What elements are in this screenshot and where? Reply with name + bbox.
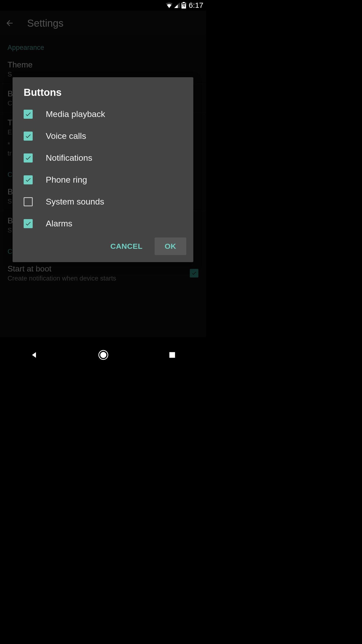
svg-rect-5 (169, 352, 175, 358)
svg-point-4 (100, 352, 106, 358)
checkbox-icon[interactable] (24, 175, 33, 184)
option-phone-ring[interactable]: Phone ring (13, 169, 193, 191)
option-alarms[interactable]: Alarms (13, 213, 193, 234)
dialog-actions: CANCEL OK (13, 234, 193, 260)
checkbox-icon[interactable] (24, 197, 33, 206)
dialog-title: Buttons (13, 77, 193, 103)
checkbox-icon[interactable] (24, 110, 33, 119)
nav-recents-icon[interactable] (168, 351, 176, 359)
option-notifications[interactable]: Notifications (13, 147, 193, 169)
option-label: Media playback (46, 109, 105, 119)
buttons-dialog: Buttons Media playback Voice calls Notif… (13, 77, 193, 262)
nav-home-icon[interactable] (98, 350, 109, 360)
option-label: Phone ring (46, 175, 87, 185)
navigation-bar (0, 344, 206, 366)
nav-back-icon[interactable] (30, 351, 38, 359)
option-label: Voice calls (46, 131, 86, 141)
cancel-button[interactable]: CANCEL (103, 237, 150, 255)
option-label: Alarms (46, 219, 72, 228)
ok-button[interactable]: OK (155, 237, 186, 255)
option-label: System sounds (46, 197, 104, 207)
option-voice-calls[interactable]: Voice calls (13, 125, 193, 147)
checkbox-icon[interactable] (24, 153, 33, 163)
checkbox-icon[interactable] (24, 132, 33, 141)
checkbox-icon[interactable] (24, 219, 33, 228)
option-label: Notifications (46, 153, 92, 163)
option-system-sounds[interactable]: System sounds (13, 191, 193, 213)
option-media-playback[interactable]: Media playback (13, 103, 193, 125)
